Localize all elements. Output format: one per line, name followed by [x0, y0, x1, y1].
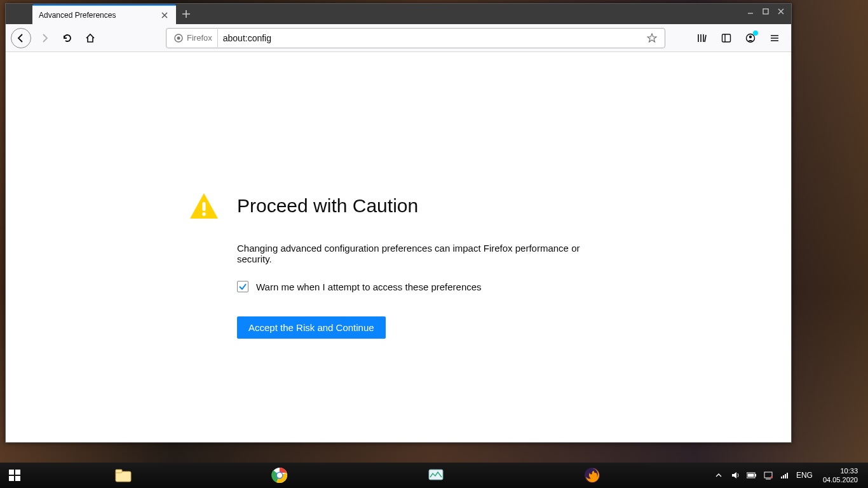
url-text: about:config — [218, 33, 647, 43]
warning-description: Changing advanced configuration preferen… — [237, 243, 608, 264]
notification-dot-icon — [753, 30, 758, 36]
clock-date: 04.05.2020 — [823, 475, 858, 484]
address-bar[interactable]: Firefox about:config — [166, 28, 665, 48]
chrome-icon — [271, 467, 288, 484]
language-indicator[interactable]: ENG — [796, 471, 813, 480]
tab-close-icon[interactable] — [159, 10, 170, 20]
firefox-logo-icon — [174, 34, 183, 43]
bookmark-star-icon[interactable] — [647, 33, 662, 43]
svg-rect-10 — [15, 470, 20, 475]
network-icon[interactable] — [763, 470, 773, 480]
back-button[interactable] — [11, 28, 31, 48]
close-window-button[interactable] — [777, 8, 786, 15]
svg-point-6 — [749, 35, 752, 37]
svg-rect-11 — [9, 476, 14, 481]
warn-checkbox[interactable] — [237, 281, 248, 292]
clock[interactable]: 10:33 04.05.2020 — [819, 466, 862, 484]
page-title: Proceed with Caution — [237, 195, 418, 217]
svg-rect-14 — [116, 470, 122, 473]
account-icon[interactable] — [742, 29, 759, 47]
nav-toolbar: Firefox about:config — [6, 24, 791, 52]
firefox-icon — [584, 467, 600, 484]
wifi-icon[interactable] — [780, 470, 790, 480]
toolbar-right — [693, 29, 786, 47]
sidebar-icon[interactable] — [717, 29, 735, 47]
accept-risk-button[interactable]: Accept the Risk and Continue — [237, 316, 386, 339]
minimize-button[interactable] — [747, 8, 756, 15]
battery-icon[interactable] — [747, 470, 757, 480]
warn-checkbox-label: Warn me when I attempt to access these p… — [256, 281, 482, 292]
home-button[interactable] — [81, 29, 100, 48]
page-content: Proceed with Caution Changing advanced c… — [6, 52, 791, 442]
checkmark-icon — [238, 282, 247, 291]
caution-container: Proceed with Caution Changing advanced c… — [189, 191, 608, 339]
tray-expand-icon[interactable] — [714, 470, 724, 480]
tab-strip: Advanced Preferences — [6, 4, 791, 24]
svg-point-8 — [202, 212, 206, 216]
file-explorer-icon — [114, 468, 132, 483]
svg-rect-26 — [785, 474, 786, 478]
firefox-window: Advanced Preferences — [5, 3, 792, 443]
svg-rect-7 — [203, 202, 206, 211]
svg-rect-0 — [763, 9, 768, 14]
monitor-icon — [428, 468, 444, 482]
maximize-button[interactable] — [762, 8, 771, 15]
svg-rect-24 — [781, 477, 782, 478]
taskbar-item-explorer[interactable] — [105, 463, 141, 488]
site-identity[interactable]: Firefox — [169, 29, 218, 47]
warning-triangle-icon — [189, 191, 219, 221]
library-icon[interactable] — [693, 29, 711, 47]
taskbar-item-chrome[interactable] — [262, 463, 297, 488]
svg-rect-21 — [755, 474, 756, 477]
new-tab-button[interactable] — [176, 4, 196, 24]
warn-checkbox-row[interactable]: Warn me when I attempt to access these p… — [237, 281, 608, 292]
taskbar-item-firefox[interactable] — [574, 463, 610, 488]
tab-title: Advanced Preferences — [39, 11, 116, 20]
svg-rect-27 — [787, 473, 788, 478]
forward-button[interactable] — [35, 29, 54, 48]
tab-active[interactable]: Advanced Preferences — [32, 4, 176, 24]
start-button[interactable] — [0, 463, 29, 488]
svg-rect-9 — [9, 470, 14, 475]
svg-rect-3 — [722, 34, 731, 42]
menu-button[interactable] — [766, 29, 783, 47]
identity-label: Firefox — [187, 33, 212, 43]
svg-rect-25 — [783, 475, 784, 478]
reload-button[interactable] — [58, 29, 77, 48]
svg-rect-12 — [15, 476, 20, 481]
windows-taskbar: ENG 10:33 04.05.2020 — [0, 463, 868, 488]
svg-point-17 — [277, 473, 282, 478]
window-controls — [747, 8, 786, 15]
svg-point-2 — [177, 36, 180, 39]
taskbar-item-monitor[interactable] — [418, 463, 454, 488]
system-tray: ENG 10:33 04.05.2020 — [714, 463, 868, 488]
svg-rect-22 — [747, 474, 754, 477]
volume-icon[interactable] — [730, 470, 740, 480]
clock-time: 10:33 — [840, 466, 858, 475]
